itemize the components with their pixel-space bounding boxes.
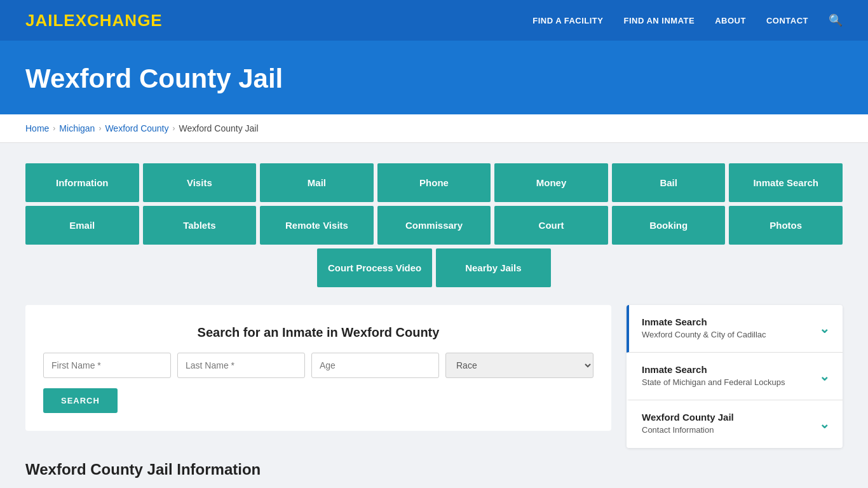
sidebar-card-1-subtitle: Wexford County & City of Cadillac — [642, 329, 766, 341]
sidebar-card-2-subtitle: State of Michigan and Federal Lockups — [642, 377, 785, 388]
search-fields: Race White Black Hispanic Asian Other — [43, 353, 593, 378]
chevron-down-icon-2: ⌄ — [819, 369, 830, 384]
tile-photos[interactable]: Photos — [729, 206, 843, 245]
chevron-down-icon-3: ⌄ — [819, 416, 830, 431]
tile-remote-visits[interactable]: Remote Visits — [260, 206, 374, 245]
inmate-search-card: Search for an Inmate in Wexford County R… — [25, 305, 611, 431]
chevron-down-icon-1: ⌄ — [819, 321, 830, 336]
sidebar-cards: Inmate Search Wexford County & City of C… — [627, 305, 843, 448]
sidebar-card-2-title: Inmate Search — [642, 364, 785, 375]
header-search-button[interactable]: 🔍 — [829, 13, 843, 27]
tile-nearby-jails[interactable]: Nearby Jails — [436, 248, 551, 287]
logo-exchange: EXCHANGE — [64, 11, 162, 30]
tile-row-2: Email Tablets Remote Visits Commissary C… — [25, 206, 843, 245]
breadcrumb-sep-3: › — [173, 124, 175, 133]
tile-email[interactable]: Email — [25, 206, 139, 245]
breadcrumb: Home › Michigan › Wexford County › Wexfo… — [0, 114, 868, 143]
tile-court-process-video[interactable]: Court Process Video — [317, 248, 432, 287]
tile-money[interactable]: Money — [494, 163, 608, 202]
sidebar-card-wexford-inmate-search[interactable]: Inmate Search Wexford County & City of C… — [627, 305, 843, 353]
logo-prefix: JAIL — [25, 11, 64, 30]
tile-row-3: Court Process Video Nearby Jails — [25, 248, 843, 287]
hero-section: Wexford County Jail — [0, 41, 868, 114]
nav-contact[interactable]: CONTACT — [766, 16, 808, 25]
last-name-input[interactable] — [177, 353, 305, 378]
breadcrumb-wexford-county[interactable]: Wexford County — [105, 123, 168, 133]
sidebar-card-contact-info[interactable]: Wexford County Jail Contact Information … — [627, 400, 843, 447]
sidebar-card-1-title: Inmate Search — [642, 316, 766, 327]
age-input[interactable] — [311, 353, 439, 378]
tile-bail[interactable]: Bail — [612, 163, 726, 202]
tile-commissary[interactable]: Commissary — [377, 206, 491, 245]
first-name-input[interactable] — [43, 353, 171, 378]
tile-phone[interactable]: Phone — [377, 163, 491, 202]
nav-about[interactable]: ABOUT — [715, 16, 746, 25]
page-title: Wexford County Jail — [25, 64, 843, 94]
breadcrumb-home[interactable]: Home — [25, 123, 49, 133]
lower-section: Search for an Inmate in Wexford County R… — [25, 305, 843, 448]
nav-find-facility[interactable]: FIND A FACILITY — [532, 16, 603, 25]
tile-court[interactable]: Court — [494, 206, 608, 245]
tile-row-1: Information Visits Mail Phone Money Bail… — [25, 163, 843, 202]
tile-mail[interactable]: Mail — [260, 163, 374, 202]
tile-tablets[interactable]: Tablets — [143, 206, 257, 245]
tile-information[interactable]: Information — [25, 163, 139, 202]
search-submit-button[interactable]: SEARCH — [43, 388, 118, 413]
breadcrumb-current: Wexford County Jail — [179, 123, 259, 133]
main-area: Information Visits Mail Phone Money Bail… — [0, 143, 868, 488]
breadcrumb-sep-2: › — [98, 124, 101, 133]
sidebar-card-3-subtitle: Contact Information — [642, 424, 734, 436]
tile-booking[interactable]: Booking — [612, 206, 726, 245]
race-select[interactable]: Race White Black Hispanic Asian Other — [445, 353, 593, 378]
main-nav: FIND A FACILITY FIND AN INMATE ABOUT CON… — [532, 13, 843, 27]
search-card-title: Search for an Inmate in Wexford County — [43, 325, 593, 340]
tile-inmate-search[interactable]: Inmate Search — [729, 163, 843, 202]
breadcrumb-sep-1: › — [53, 124, 55, 133]
sidebar-card-michigan-inmate-search[interactable]: Inmate Search State of Michigan and Fede… — [627, 353, 843, 400]
logo: JAILEXCHANGE — [25, 11, 163, 30]
nav-find-inmate[interactable]: FIND AN INMATE — [623, 16, 695, 25]
header: JAILEXCHANGE FIND A FACILITY FIND AN INM… — [0, 0, 868, 41]
sidebar-card-3-title: Wexford County Jail — [642, 412, 734, 423]
breadcrumb-michigan[interactable]: Michigan — [59, 123, 95, 133]
tile-visits[interactable]: Visits — [143, 163, 257, 202]
jail-info-section-title: Wexford County Jail Information — [25, 461, 843, 478]
